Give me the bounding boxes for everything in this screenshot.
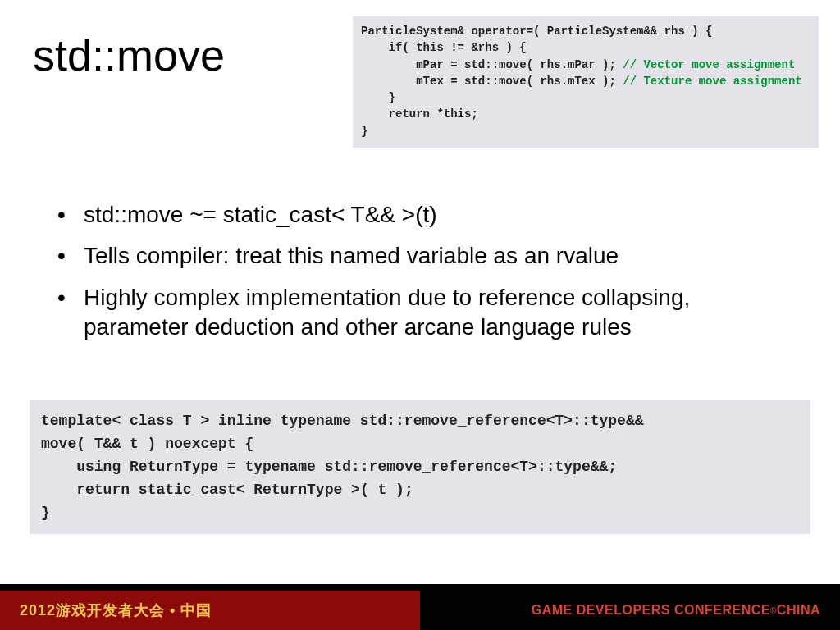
footer-divider [0, 584, 840, 591]
code-block-top: ParticleSystem& operator=( ParticleSyste… [353, 16, 819, 148]
code-line: ParticleSystem& operator=( ParticleSyste… [361, 25, 712, 38]
slide: std::move ParticleSystem& operator=( Par… [0, 0, 840, 630]
code-line: } [361, 91, 395, 104]
code-line: mTex = std::move( rhs.mTex ); [361, 75, 623, 88]
code-line: return *this; [361, 107, 478, 121]
bullet-item: Highly complex implementation due to ref… [57, 283, 796, 343]
bullet-item: std::move ~= static_cast< T&& >(t) [57, 200, 796, 230]
bullet-item: Tells compiler: treat this named variabl… [57, 241, 796, 271]
code-comment: // Texture move assignment [623, 75, 801, 88]
slide-title: std::move [33, 30, 225, 80]
code-line: if( this != &rhs ) { [361, 41, 527, 54]
registered-icon: ® [770, 606, 777, 615]
code-block-bottom: template< class T > inline typename std:… [30, 400, 810, 534]
footer-right-text: GAME DEVELOPERS CONFERENCE [532, 603, 770, 618]
footer: 2012游戏开发者大会 • 中国 GAME DEVELOPERS CONFERE… [0, 591, 840, 630]
code-comment: // Vector move assignment [623, 58, 795, 71]
footer-right: GAME DEVELOPERS CONFERENCE® CHINA [420, 591, 840, 630]
bullet-list: std::move ~= static_cast< T&& >(t) Tells… [57, 200, 796, 354]
footer-right-text-b: CHINA [777, 603, 820, 618]
footer-left: 2012游戏开发者大会 • 中国 [0, 591, 420, 630]
code-line: mPar = std::move( rhs.mPar ); [361, 58, 623, 71]
code-line: } [361, 125, 368, 138]
